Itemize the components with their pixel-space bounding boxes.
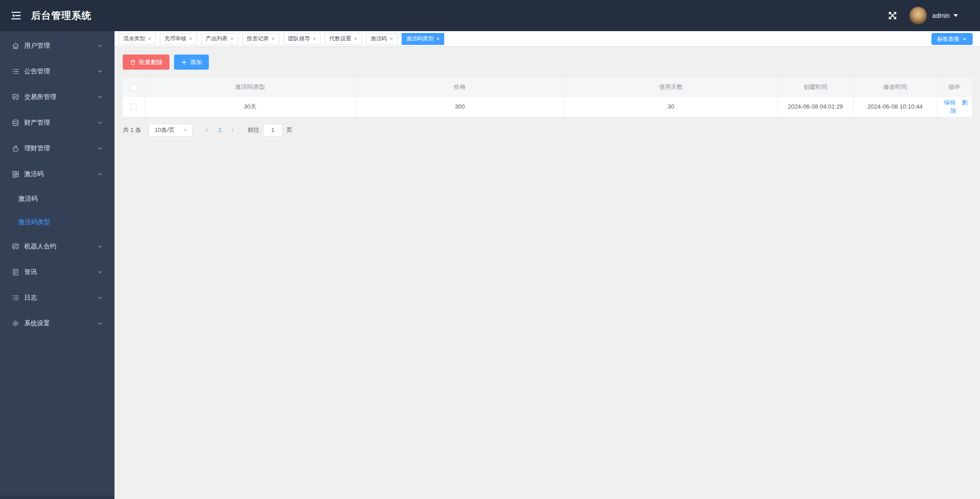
table-row: 30天 300 30 2024-06-08 04:01:29 2024-06-0… xyxy=(123,96,972,117)
activation-code-submenu: 激活码 激活码类型 xyxy=(0,187,114,234)
sidebar-subitem-activation-code-type[interactable]: 激活码类型 xyxy=(0,210,114,234)
goto-page-input[interactable] xyxy=(263,124,283,137)
presentation-board-icon xyxy=(11,93,20,101)
sidebar-bottom-strip xyxy=(0,495,114,499)
page-size-select[interactable]: 10条/页 xyxy=(148,124,192,137)
document-icon xyxy=(11,268,20,276)
tab-activation-code-type[interactable]: 激活码类型 × xyxy=(402,33,444,45)
column-header-actions: 操作 xyxy=(937,78,972,96)
next-page-icon[interactable] xyxy=(226,124,239,137)
page-size-value: 10条/页 xyxy=(154,126,174,134)
gear-icon xyxy=(11,319,20,328)
sidebar-item-logs[interactable]: 日志 xyxy=(0,285,114,311)
sidebar-item-exchange-management[interactable]: 交易所管理 xyxy=(0,84,114,110)
tab-flow-type[interactable]: 流水类型 × xyxy=(119,33,156,45)
close-icon[interactable]: × xyxy=(390,36,393,42)
tab-team-leader[interactable]: 团队领导 × xyxy=(283,33,321,45)
cell-type: 30天 xyxy=(145,96,355,117)
row-checkbox[interactable] xyxy=(131,104,137,110)
sidebar-item-wealth-management[interactable]: 理财管理 xyxy=(0,136,114,161)
sidebar-item-label: 系统设置 xyxy=(24,319,98,328)
column-header-price: 价格 xyxy=(355,78,564,96)
sidebar-item-news[interactable]: 资讯 xyxy=(0,259,114,285)
chevron-down-icon xyxy=(98,146,103,151)
tab-label: 流水类型 xyxy=(123,35,145,43)
tab-label: 激活码类型 xyxy=(406,35,434,43)
chevron-down-icon xyxy=(98,269,103,275)
sidebar-item-label: 公告管理 xyxy=(24,67,98,76)
select-all-checkbox[interactable] xyxy=(131,84,137,91)
tab-generation-settings[interactable]: 代数设置 × xyxy=(325,33,362,45)
sidebar-item-announcement-management[interactable]: 公告管理 xyxy=(0,59,114,84)
tab-label: 充币审核 xyxy=(164,35,186,43)
close-icon[interactable]: × xyxy=(148,36,151,42)
top-header: 后台管理系统 admin xyxy=(0,0,980,31)
sidebar-item-label: 资讯 xyxy=(24,268,98,276)
goto-page: 前往 页 xyxy=(247,124,292,137)
close-icon[interactable]: × xyxy=(313,36,316,42)
tab-product-list[interactable]: 产品列表 × xyxy=(201,33,238,45)
close-icon[interactable]: × xyxy=(272,36,275,42)
close-icon[interactable]: × xyxy=(189,36,192,42)
user-menu[interactable]: admin xyxy=(932,12,958,19)
close-icon[interactable]: × xyxy=(230,36,234,42)
sidebar-item-label: 日志 xyxy=(24,294,98,302)
user-avatar[interactable] xyxy=(909,7,927,24)
collapse-sidebar-icon[interactable] xyxy=(10,10,22,22)
total-count-label: 共 1 条 xyxy=(123,126,141,134)
pagination: 共 1 条 10条/页 1 前往 页 xyxy=(123,124,972,137)
sidebar-item-label: 理财管理 xyxy=(24,144,98,153)
prev-page-icon[interactable] xyxy=(201,124,213,137)
close-icon[interactable]: × xyxy=(436,36,440,42)
column-header-days: 使用天数 xyxy=(564,78,778,96)
tab-deposit-review[interactable]: 充币审核 × xyxy=(160,33,197,45)
edit-link[interactable]: 编辑 xyxy=(943,99,955,106)
sidebar-item-user-management[interactable]: 用户管理 xyxy=(0,33,114,59)
chevron-down-icon xyxy=(98,295,103,301)
add-label: 添加 xyxy=(190,58,202,66)
list-icon xyxy=(11,67,20,76)
presentation-board-icon xyxy=(11,242,20,251)
page-title: 后台管理系统 xyxy=(31,9,92,22)
tab-activation-code[interactable]: 激活码 × xyxy=(366,33,397,45)
column-header-created: 创建时间 xyxy=(778,78,853,96)
tab-investment-records[interactable]: 投资记录 × xyxy=(242,33,279,45)
toolbar: 批量删除 添加 xyxy=(123,55,972,70)
cell-price: 300 xyxy=(355,96,564,117)
chevron-down-icon xyxy=(98,120,103,126)
tag-options-button[interactable]: 标签选项 xyxy=(931,33,973,45)
main-content: 批量删除 添加 激活码类型 价格 使用天数 创建时间 修改时间 操作 xyxy=(114,47,980,499)
column-header-modified: 修改时间 xyxy=(853,78,937,96)
add-button[interactable]: 添加 xyxy=(174,55,209,70)
sidebar-item-robot-contract[interactable]: 机器人合约 xyxy=(0,234,114,259)
column-header-type: 激活码类型 xyxy=(145,78,355,96)
header-right: admin xyxy=(887,7,980,24)
tab-label: 产品列表 xyxy=(206,35,228,43)
chevron-down-icon xyxy=(98,43,103,49)
chevron-down-icon xyxy=(962,36,967,42)
sidebar-subitem-activation-code[interactable]: 激活码 xyxy=(0,187,114,210)
fullscreen-icon[interactable] xyxy=(887,11,898,21)
chevron-down-icon xyxy=(98,94,103,100)
batch-delete-button[interactable]: 批量删除 xyxy=(123,55,169,70)
username-label: admin xyxy=(932,12,950,19)
table-header-row: 激活码类型 价格 使用天数 创建时间 修改时间 操作 xyxy=(123,78,972,96)
plus-icon xyxy=(181,59,187,66)
sidebar-subitem-label: 激活码 xyxy=(18,195,38,203)
cell-actions: 编辑 删除 xyxy=(937,96,972,117)
cell-created: 2024-06-08 04:01:29 xyxy=(778,96,853,117)
sidebar-item-activation-code[interactable]: 激活码 xyxy=(0,161,114,187)
goto-label: 前往 xyxy=(247,126,259,134)
chevron-down-icon xyxy=(98,69,103,74)
close-icon[interactable]: × xyxy=(354,36,357,42)
chevron-up-icon xyxy=(98,171,103,177)
sidebar-item-property-management[interactable]: 财产管理 xyxy=(0,110,114,136)
sidebar-item-label: 激活码 xyxy=(24,170,98,178)
sidebar-item-system-settings[interactable]: 系统设置 xyxy=(0,311,114,336)
page-number-1[interactable]: 1 xyxy=(213,124,226,137)
list-icon xyxy=(11,294,20,302)
cell-modified: 2024-06-08 10:10:44 xyxy=(853,96,937,117)
tab-label: 团队领导 xyxy=(288,35,310,43)
sidebar-item-label: 交易所管理 xyxy=(24,93,98,101)
open-tabs-bar: 流水类型 × 充币审核 × 产品列表 × 投资记录 × 团队领导 × 代数设置 … xyxy=(114,31,980,47)
